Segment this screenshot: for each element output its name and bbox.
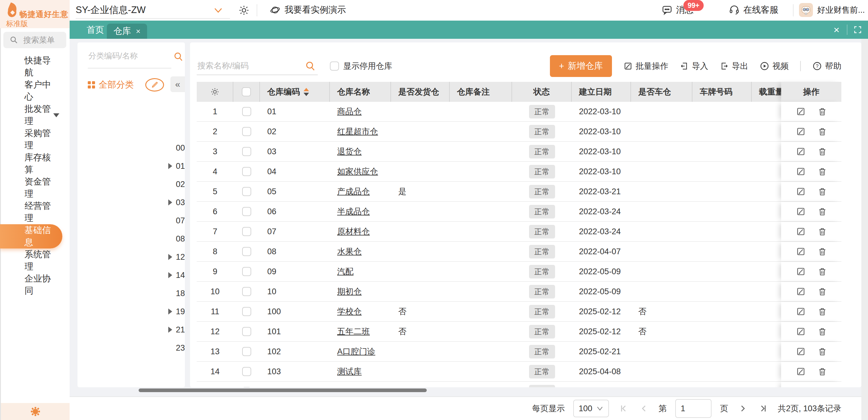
cell-checkbox[interactable] <box>234 322 260 341</box>
gear-icon[interactable] <box>239 5 249 16</box>
user-name[interactable]: 好业财售前... <box>817 0 865 20</box>
delete-icon[interactable] <box>818 147 827 157</box>
edit-icon[interactable] <box>796 307 806 316</box>
cell-checkbox[interactable] <box>234 382 260 387</box>
delete-icon[interactable] <box>818 227 827 236</box>
search-icon[interactable] <box>305 61 316 72</box>
edit-icon[interactable] <box>796 187 806 196</box>
edit-icon[interactable] <box>796 147 806 157</box>
category-search[interactable] <box>88 51 176 61</box>
edit-icon[interactable] <box>796 347 806 356</box>
sidebar-item[interactable]: 系统管理 <box>0 249 62 273</box>
cell-checkbox[interactable] <box>234 282 260 301</box>
cell-checkbox[interactable] <box>234 142 260 161</box>
delete-icon[interactable] <box>818 267 827 276</box>
show-disabled-toggle[interactable]: 显示停用仓库 <box>330 61 392 72</box>
category-tree-item[interactable]: 19 汽配仓库 <box>78 302 185 320</box>
sidebar-item[interactable]: 采购管理 <box>0 127 62 151</box>
row-checkbox[interactable] <box>242 267 251 276</box>
edit-icon[interactable] <box>796 327 806 336</box>
category-tree-item[interactable]: 23 网电仓 <box>78 339 185 357</box>
edit-icon[interactable] <box>796 387 806 387</box>
warehouse-name-link[interactable]: 水果仓 <box>337 246 362 257</box>
edit-categories-icon[interactable] <box>145 78 164 91</box>
row-checkbox[interactable] <box>242 247 251 256</box>
row-checkbox[interactable] <box>242 207 251 216</box>
support-button[interactable]: 在线客服 <box>729 0 778 20</box>
warehouse-name-link[interactable]: 商品仓 <box>337 106 362 117</box>
delete-icon[interactable] <box>818 207 827 216</box>
batch-operate-button[interactable]: 批量操作 <box>623 61 668 72</box>
expand-arrow-icon[interactable] <box>168 308 172 314</box>
sidebar-item[interactable]: 客户中心 <box>0 79 62 103</box>
cell-checkbox[interactable] <box>234 262 260 281</box>
edit-icon[interactable] <box>796 127 806 136</box>
cell-checkbox[interactable] <box>234 242 260 261</box>
warehouse-name-link[interactable]: A口腔门诊 <box>337 346 375 357</box>
category-tree-item[interactable]: 18 A医院 <box>78 284 185 302</box>
settings-gear-icon[interactable] <box>30 406 41 417</box>
category-tree-item[interactable]: 07 生产仓 <box>78 212 185 230</box>
delete-icon[interactable] <box>818 307 827 316</box>
sidebar-item[interactable]: 批发管理 <box>0 103 62 127</box>
warehouse-name-link[interactable]: 测试库 <box>337 366 362 377</box>
row-checkbox[interactable] <box>242 327 251 336</box>
sidebar-search[interactable] <box>3 32 66 48</box>
expand-arrow-icon[interactable] <box>168 272 172 278</box>
warehouse-name-link[interactable]: 半成品仓 <box>337 206 370 217</box>
edit-icon[interactable] <box>796 287 806 297</box>
warehouse-name-link[interactable]: 汽配 <box>337 266 353 277</box>
category-tree-item[interactable]: 12 土建类 <box>78 248 185 266</box>
sidebar-item[interactable]: 企业协同 <box>0 273 62 297</box>
warehouse-search[interactable] <box>197 57 318 75</box>
sidebar-search-input[interactable] <box>23 35 63 45</box>
expand-arrow-icon[interactable] <box>168 199 172 205</box>
category-root[interactable]: 全部分类 <box>88 78 164 91</box>
header-code[interactable]: 仓库编码 <box>260 82 330 102</box>
tab-warehouse[interactable]: 仓库 × <box>107 24 147 39</box>
row-checkbox[interactable] <box>242 387 251 387</box>
cell-checkbox[interactable] <box>234 302 260 321</box>
edit-icon[interactable] <box>796 107 806 116</box>
warehouse-name-link[interactable]: 原材料仓 <box>337 226 370 237</box>
page-number-input[interactable] <box>675 399 712 418</box>
row-checkbox[interactable] <box>242 227 251 236</box>
category-tree-item[interactable]: 03 产成品仓 <box>78 193 185 212</box>
expand-arrow-icon[interactable] <box>168 254 172 260</box>
category-tree-item[interactable]: 14 钢结构 <box>78 266 185 284</box>
demo-link[interactable]: 我要看实例演示 <box>270 0 346 20</box>
select-all-checkbox[interactable] <box>242 87 251 96</box>
warehouse-name-link[interactable]: 学校仓 <box>337 306 362 317</box>
expand-arrow-icon[interactable] <box>168 163 172 169</box>
warehouse-name-link[interactable]: 红星超市仓 <box>337 126 378 137</box>
sidebar-item[interactable]: 基础信息 <box>0 224 62 249</box>
last-page-button[interactable] <box>757 402 769 415</box>
category-tree-item[interactable]: 01 客户仓 <box>78 157 185 175</box>
import-button[interactable]: 导入 <box>680 61 708 72</box>
sidebar-item[interactable]: 资金管理 <box>0 176 62 200</box>
category-tree-item[interactable]: 08 自用仓 <box>78 230 185 248</box>
cell-checkbox[interactable] <box>234 182 260 201</box>
warehouse-name-link[interactable]: 产成品仓 <box>337 186 370 197</box>
row-checkbox[interactable] <box>242 107 251 116</box>
category-tree-item[interactable]: 02 供应商仓 <box>78 175 185 193</box>
warehouse-name-link[interactable]: 期初仓 <box>337 286 362 297</box>
warehouse-search-input[interactable] <box>197 57 318 75</box>
delete-icon[interactable] <box>818 287 827 297</box>
cell-checkbox[interactable] <box>234 362 260 381</box>
sidebar-item[interactable]: 库存核算 <box>0 151 62 176</box>
search-icon[interactable] <box>174 52 184 62</box>
delete-icon[interactable] <box>818 247 827 256</box>
avatar[interactable] <box>799 3 813 17</box>
delete-icon[interactable] <box>818 347 827 356</box>
sidebar-item[interactable]: 经营管理 <box>0 200 62 224</box>
add-warehouse-button[interactable]: + 新增仓库 <box>550 55 612 77</box>
row-checkbox[interactable] <box>242 167 251 176</box>
collapse-panel-button[interactable]: « <box>170 76 185 92</box>
category-search-input[interactable] <box>88 51 162 61</box>
cell-checkbox[interactable] <box>234 162 260 181</box>
edit-icon[interactable] <box>796 367 806 376</box>
cell-checkbox[interactable] <box>234 202 260 221</box>
delete-icon[interactable] <box>818 367 827 376</box>
edit-icon[interactable] <box>796 267 806 276</box>
